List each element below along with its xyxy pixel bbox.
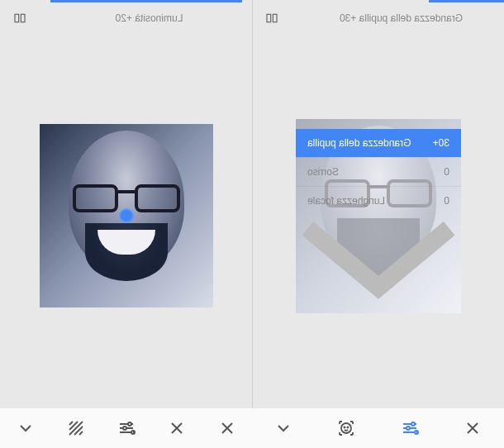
option-value: +30 xyxy=(432,137,449,149)
option-row-pupilla[interactable]: Grandezza della pupilla +30 xyxy=(296,129,461,157)
options-overlay: Grandezza della pupilla +30 Sorriso 0 Lu… xyxy=(296,119,461,313)
right-header: Grandezza della pupilla +30 xyxy=(252,0,504,33)
close-icon[interactable] xyxy=(217,418,237,438)
left-photo[interactable] xyxy=(40,124,213,307)
svg-point-7 xyxy=(341,423,351,433)
option-row-lunghezza[interactable]: Lunghezza focale 0 xyxy=(296,186,461,215)
tune-icon[interactable] xyxy=(116,418,136,438)
svg-point-4 xyxy=(128,422,131,426)
left-header-label: Luminosità +20 xyxy=(59,12,239,24)
option-label: Lunghezza focale xyxy=(307,195,385,207)
face-icon[interactable] xyxy=(336,418,356,438)
left-panel: Luminosità +20 xyxy=(0,0,252,448)
adjustment-dot[interactable] xyxy=(119,208,134,223)
toolbar-right xyxy=(252,408,504,448)
svg-rect-0 xyxy=(21,14,25,21)
chevron-down-icon[interactable] xyxy=(16,418,36,438)
svg-point-11 xyxy=(407,427,410,430)
close-icon[interactable] xyxy=(463,418,483,438)
compare-icon[interactable] xyxy=(13,12,26,25)
left-content xyxy=(0,33,252,448)
tune-icon[interactable] xyxy=(400,418,420,438)
svg-rect-1 xyxy=(15,14,19,21)
right-panel: Grandezza della pupilla +30 Grandezza de… xyxy=(252,0,504,448)
bottom-toolbar xyxy=(0,408,504,448)
svg-point-5 xyxy=(123,427,126,430)
svg-point-9 xyxy=(348,427,349,427)
texture-icon[interactable] xyxy=(66,418,86,438)
svg-rect-3 xyxy=(267,14,271,21)
option-label: Sorriso xyxy=(307,166,339,178)
chevron-down-icon[interactable] xyxy=(296,215,461,312)
compare-icon[interactable] xyxy=(265,12,278,25)
option-value: 0 xyxy=(444,166,449,178)
right-content: Grandezza della pupilla +30 Sorriso 0 Lu… xyxy=(252,33,504,448)
chevron-down-icon[interactable] xyxy=(273,418,293,438)
left-header: Luminosità +20 xyxy=(0,0,252,33)
option-row-sorriso[interactable]: Sorriso 0 xyxy=(296,157,461,186)
cut-icon[interactable] xyxy=(167,418,187,438)
option-value: 0 xyxy=(444,195,449,207)
svg-point-8 xyxy=(345,427,345,427)
chevron-up-icon[interactable] xyxy=(296,119,461,130)
option-label: Grandezza della pupilla xyxy=(307,137,411,149)
toolbar-left xyxy=(0,408,252,448)
right-photo[interactable]: Grandezza della pupilla +30 Sorriso 0 Lu… xyxy=(296,119,461,313)
right-header-label: Grandezza della pupilla +30 xyxy=(311,12,491,24)
svg-point-10 xyxy=(411,422,415,426)
svg-rect-2 xyxy=(273,14,277,21)
